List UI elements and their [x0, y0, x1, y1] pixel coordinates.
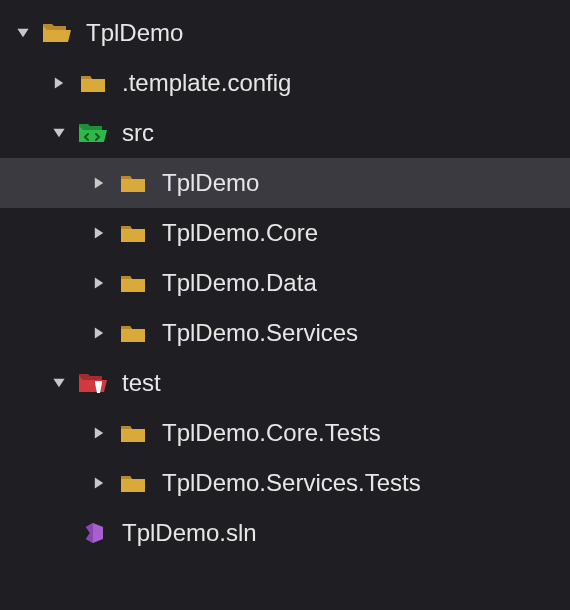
chevron-down-icon[interactable]: [50, 124, 68, 142]
tree-row[interactable]: TplDemo.Services.Tests: [0, 458, 570, 508]
folder-test-icon: [78, 371, 108, 395]
tree-item-label: TplDemo.Services: [162, 319, 358, 347]
tree-row[interactable]: TplDemo.Core.Tests: [0, 408, 570, 458]
tree-row[interactable]: test: [0, 358, 570, 408]
chevron-right-icon[interactable]: [90, 324, 108, 342]
chevron-right-icon[interactable]: [90, 424, 108, 442]
tree-row[interactable]: TplDemo.Data: [0, 258, 570, 308]
tree-row[interactable]: TplDemo.sln: [0, 508, 570, 558]
solution-explorer-tree: TplDemo .template.config src: [0, 0, 570, 558]
chevron-right-icon[interactable]: [90, 274, 108, 292]
tree-item-label: TplDemo: [162, 169, 259, 197]
tree-item-label: TplDemo.sln: [122, 519, 257, 547]
folder-icon: [78, 71, 108, 95]
tree-item-label: test: [122, 369, 161, 397]
tree-row[interactable]: TplDemo: [0, 158, 570, 208]
tree-item-label: TplDemo.Services.Tests: [162, 469, 421, 497]
folder-open-icon: [42, 21, 72, 45]
chevron-down-icon[interactable]: [50, 374, 68, 392]
tree-row[interactable]: src: [0, 108, 570, 158]
folder-icon: [118, 321, 148, 345]
folder-icon: [118, 271, 148, 295]
tree-item-label: .template.config: [122, 69, 291, 97]
tree-item-label: TplDemo: [86, 19, 183, 47]
tree-row-root[interactable]: TplDemo: [0, 8, 570, 58]
tree-item-label: TplDemo.Core.Tests: [162, 419, 381, 447]
tree-item-label: TplDemo.Data: [162, 269, 317, 297]
chevron-down-icon[interactable]: [14, 24, 32, 42]
tree-row[interactable]: TplDemo.Core: [0, 208, 570, 258]
chevron-right-icon[interactable]: [90, 474, 108, 492]
tree-item-label: TplDemo.Core: [162, 219, 318, 247]
tree-row[interactable]: TplDemo.Services: [0, 308, 570, 358]
folder-icon: [118, 421, 148, 445]
sln-file-icon: [78, 521, 108, 545]
chevron-right-icon[interactable]: [90, 224, 108, 242]
chevron-right-icon[interactable]: [90, 174, 108, 192]
tree-item-label: src: [122, 119, 154, 147]
folder-icon: [118, 221, 148, 245]
tree-row[interactable]: .template.config: [0, 58, 570, 108]
folder-icon: [118, 171, 148, 195]
folder-icon: [118, 471, 148, 495]
chevron-right-icon[interactable]: [50, 74, 68, 92]
folder-src-icon: [78, 121, 108, 145]
